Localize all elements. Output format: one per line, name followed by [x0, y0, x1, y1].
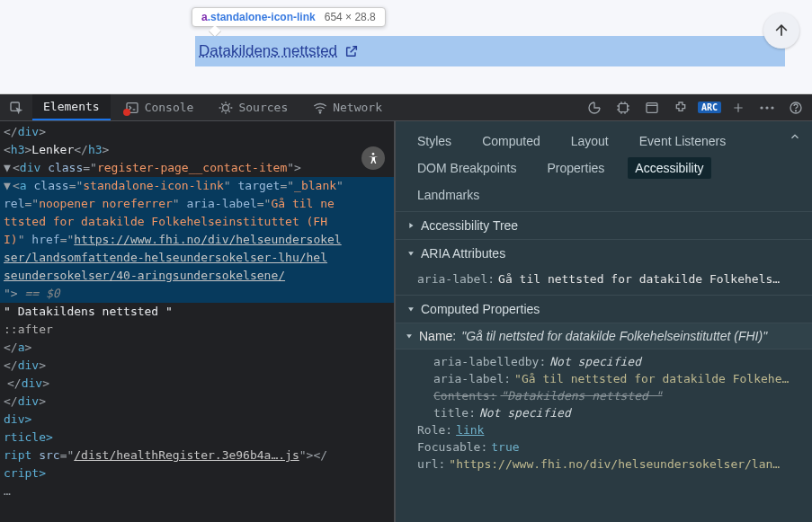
prop-row: Contents: "Datakildens nettsted " [417, 387, 801, 404]
application-icon[interactable] [639, 95, 665, 120]
prop-key: Contents: [433, 389, 496, 403]
help-button[interactable] [783, 95, 808, 120]
performance-icon[interactable] [582, 95, 607, 120]
tree-line[interactable]: </div> [0, 393, 394, 411]
tree-line-selected[interactable]: "> == $0 [0, 285, 394, 303]
tooltip-tag: a [201, 11, 208, 23]
section-title: Computed Properties [421, 302, 540, 316]
tree-line[interactable]: … [0, 482, 394, 500]
tab-layout[interactable]: Layout [564, 130, 616, 152]
extension-icon[interactable] [668, 95, 693, 120]
section-header[interactable]: ARIA Attributes [396, 240, 812, 267]
prop-value: Not specified [549, 355, 641, 368]
section-aria-attributes: ARIA Attributes aria-label: Gå til netts… [396, 239, 812, 295]
prop-row: aria-labelledby: Not specified [417, 353, 801, 370]
tree-line[interactable]: </div> [0, 123, 394, 141]
sidebar: Styles Computed Layout Event Listeners D… [396, 121, 812, 522]
prop-row: title: Not specified [417, 404, 801, 421]
tree-line-selected[interactable]: ttsted for datakilde Folkehelseinstitutt… [0, 213, 394, 231]
prop-value: "Datakildens nettsted " [500, 389, 662, 403]
svg-rect-4 [619, 103, 627, 111]
computed-name-row[interactable]: Name: "Gå til nettsted for datakilde Fol… [396, 323, 812, 349]
prop-key: url: [417, 457, 445, 471]
section-accessibility-tree: Accessibility Tree [396, 211, 812, 239]
tab-event-listeners[interactable]: Event Listeners [632, 130, 734, 152]
tree-line[interactable]: cript> [0, 464, 394, 482]
section-header[interactable]: Computed Properties [396, 296, 812, 323]
chevron-down-icon [406, 249, 415, 258]
tree-line[interactable]: </div> [0, 357, 394, 375]
tree-line[interactable]: <h3>Lenker</h3> [0, 141, 394, 159]
section-computed-properties: Computed Properties Name: "Gå til nettst… [396, 295, 812, 480]
svg-point-8 [771, 106, 773, 109]
tooltip-dimensions: 654 × 28.8 [325, 11, 376, 23]
add-tab-button[interactable] [726, 95, 751, 120]
tooltip-class: .standalone-icon-link [208, 11, 316, 23]
wifi-icon [313, 101, 327, 115]
arc-badge: ARC [698, 102, 721, 113]
arc-toolkit-tab[interactable]: ARC [697, 95, 722, 120]
prop-value: "Gå til nettsted for datakilde Folkehels… [461, 329, 767, 343]
accessibility-badge-icon[interactable] [361, 146, 385, 170]
more-menu-button[interactable] [754, 95, 780, 120]
tree-line[interactable]: rticle> [0, 429, 394, 447]
chevron-right-icon [406, 221, 415, 230]
svg-point-6 [760, 106, 763, 109]
memory-icon[interactable] [611, 95, 636, 120]
svg-point-10 [795, 110, 796, 111]
tab-elements[interactable]: Elements [32, 94, 111, 120]
tab-computed[interactable]: Computed [475, 130, 548, 152]
highlighted-element: Datakildens nettsted [195, 36, 785, 66]
prop-key: Name: [419, 329, 456, 343]
page-preview: a.standalone-icon-link 654 × 28.8 Dataki… [0, 0, 812, 94]
tab-label: Console [145, 101, 194, 114]
prop-value: true [491, 440, 519, 454]
tree-line-selected[interactable]: ser/landsomfattende-helseundersokelser-l… [0, 249, 394, 267]
link-text: Datakildens nettsted [199, 42, 337, 60]
tab-console[interactable]: Console [114, 94, 205, 120]
tree-line-selected[interactable]: ▼<a class="standalone-icon-link" target=… [0, 177, 394, 195]
prop-key: aria-label: [433, 372, 511, 385]
tree-line[interactable]: div> [0, 411, 394, 429]
tree-line[interactable]: ript src="/dist/healthRegister.3e96b4a….… [0, 447, 394, 464]
tree-line-selected[interactable]: seundersokelser/40-aringsundersokelsene/ [0, 267, 394, 285]
tree-line[interactable]: ::after [0, 321, 394, 339]
tree-line[interactable]: </div> [0, 375, 394, 393]
tab-dom-breakpoints[interactable]: DOM Breakpoints [410, 157, 523, 179]
tree-line-selected[interactable]: I)" href="https://www.fhi.no/div/helseun… [0, 231, 394, 249]
tab-sources[interactable]: Sources [208, 94, 299, 120]
svg-point-7 [765, 106, 768, 109]
prop-key: aria-labelledby: [433, 355, 546, 368]
prop-value: "Gå til nettsted for datakilde Folkehe… [514, 372, 789, 385]
prop-row: aria-label: Gå til nettsted for datakild… [417, 270, 801, 288]
svg-rect-5 [647, 102, 657, 112]
devtools-tabstrip: Elements Console Sources Network [0, 94, 812, 121]
prop-value: link [456, 423, 484, 437]
scroll-to-top-button[interactable] [763, 13, 799, 49]
tab-accessibility[interactable]: Accessibility [628, 157, 710, 179]
elements-tree[interactable]: </div> <h3>Lenker</h3> ▼<div class="regi… [0, 121, 394, 522]
collapse-sidebar-button[interactable] [789, 130, 801, 143]
tab-styles[interactable]: Styles [410, 130, 459, 152]
prop-value: "https://www.fhi.no/div/helseundersokels… [449, 457, 780, 471]
prop-key: Role: [417, 423, 452, 437]
chevron-down-icon [405, 332, 414, 341]
tab-network[interactable]: Network [302, 94, 393, 120]
tree-line[interactable]: " Datakildens nettsted " [0, 303, 394, 321]
devtools: Elements Console Sources Network [0, 94, 812, 522]
external-link-icon [344, 44, 359, 58]
prop-row: Role: link [417, 421, 801, 438]
tree-line-selected[interactable]: rel="noopener noreferrer" aria-label="Gå… [0, 195, 394, 213]
prop-row: url: "https://www.fhi.no/div/helseunders… [417, 456, 801, 473]
prop-key: title: [433, 406, 476, 420]
tree-line[interactable]: ▼<div class="register-page__contact-item… [0, 159, 394, 177]
inspect-icon[interactable] [4, 95, 29, 120]
devtools-body: </div> <h3>Lenker</h3> ▼<div class="regi… [0, 121, 812, 522]
tab-properties[interactable]: Properties [540, 157, 611, 179]
section-header[interactable]: Accessibility Tree [396, 212, 812, 239]
svg-point-11 [372, 153, 375, 155]
svg-point-2 [223, 104, 229, 111]
tab-landmarks[interactable]: Landmarks [410, 184, 486, 206]
tree-line[interactable]: </a> [0, 339, 394, 357]
datakilde-link[interactable]: Datakildens nettsted [199, 42, 359, 60]
